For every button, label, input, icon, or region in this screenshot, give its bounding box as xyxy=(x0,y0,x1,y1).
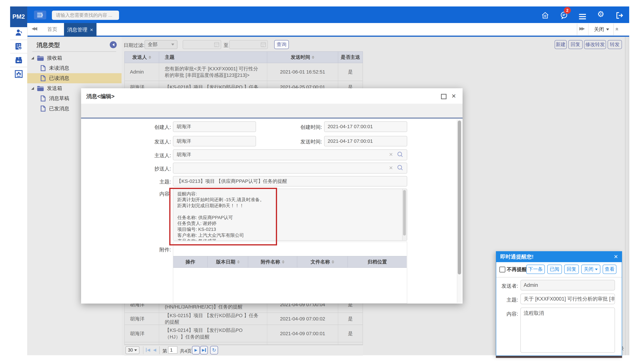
col-file-name[interactable]: 文件名称 xyxy=(297,256,348,268)
clear-icon[interactable]: ✕ xyxy=(389,152,393,157)
divider xyxy=(159,346,159,354)
first-page-button[interactable]: ◀ xyxy=(146,348,150,352)
sidebar-toggle-button[interactable] xyxy=(34,10,46,20)
send-time-field[interactable]: 2021-04-17 07:00:01 xyxy=(324,136,407,146)
page-size-select[interactable]: 30 xyxy=(125,346,139,354)
close-dropdown-button[interactable]: 关闭 xyxy=(581,265,600,274)
user-module-icon[interactable] xyxy=(14,28,23,37)
popup-sender-label: 发送者: xyxy=(499,283,518,290)
col-archive-location[interactable]: 归档位置 xyxy=(348,256,406,268)
hamburger-menu-icon[interactable] xyxy=(578,12,587,21)
to-field[interactable]: 胡海洋 xyxy=(173,150,407,160)
scrollbar-thumb[interactable] xyxy=(458,120,461,274)
page-number-input[interactable]: 1 xyxy=(168,346,177,354)
global-search-input[interactable]: 请输入您需要查找的内容 ... xyxy=(52,10,119,20)
col-attachment-name[interactable]: 附件名称 xyxy=(248,256,297,268)
app-logo: PM2 xyxy=(10,6,27,27)
sidebar-title: 消息类型 xyxy=(37,41,60,49)
notification-badge: 2 xyxy=(564,7,571,14)
close-icon[interactable]: ✕ xyxy=(452,93,456,99)
view-button[interactable]: 查看 xyxy=(603,265,616,274)
scroll-tabs-right-icon[interactable]: ▶▶ xyxy=(579,26,584,31)
date-from-input[interactable] xyxy=(183,40,221,49)
reply-button[interactable]: 回复 xyxy=(568,40,583,49)
tree-expanded-icon[interactable] xyxy=(31,57,34,60)
reply-button[interactable]: 回复 xyxy=(564,265,579,274)
tab-label: 消息管理 xyxy=(67,26,87,33)
home-icon[interactable] xyxy=(541,11,550,20)
sort-icon[interactable] xyxy=(312,54,314,60)
scrollbar-thumb[interactable] xyxy=(403,190,406,236)
popup-content-textarea[interactable]: 流程取消 xyxy=(520,308,615,353)
sidebar-item-read-selected[interactable]: 已读消息 xyxy=(27,73,122,83)
tab-home[interactable]: 首页 xyxy=(41,23,64,36)
popup-content-label: 内容: xyxy=(499,311,518,318)
send-time-label: 发送时间: xyxy=(282,138,322,145)
col-operation[interactable]: 操作 xyxy=(173,256,208,268)
attachment-table-header[interactable]: 操作 版本日期 附件名称 文件名称 归档位置 xyxy=(173,256,406,268)
new-button[interactable]: 新建 xyxy=(555,40,567,49)
col-is-main[interactable]: 是否主送 xyxy=(338,52,363,63)
col-version-date[interactable]: 版本日期 xyxy=(208,256,248,268)
table-row[interactable]: 胡海洋 【KS-0215】项目 【发行KD部品PO 】任务的提醒 2021-04… xyxy=(124,313,363,325)
sidebar-item-unread[interactable]: 未读消息 xyxy=(27,63,122,73)
pm2-app: PM2 请输入您需要查找的内容 ... 2 ⚙ ◀◀ 首页 消息管理 ✕ ▶▶ … xyxy=(0,0,634,364)
col-subject[interactable]: 主题 xyxy=(159,52,267,63)
main-scrollbar[interactable] xyxy=(625,37,629,355)
col-sender[interactable]: 发送人 xyxy=(125,52,159,63)
sort-icon[interactable] xyxy=(149,54,151,60)
popup-sender-field[interactable]: Admin xyxy=(520,280,615,290)
tab-close-icon[interactable]: ✕ xyxy=(90,28,93,32)
tab-bar xyxy=(27,23,629,37)
create-time-field[interactable]: 2021-04-17 07:00:01 xyxy=(324,122,407,132)
col-send-time[interactable]: 发送时间 xyxy=(267,52,338,63)
clear-icon[interactable]: ✕ xyxy=(389,165,393,171)
sort-icon[interactable] xyxy=(237,259,240,265)
cc-field[interactable] xyxy=(173,162,407,174)
next-page-button[interactable]: ▶ xyxy=(192,346,200,354)
table-row[interactable]: 胡海洋 【KS-0214】项目 【发行KD部品PO（HJ）】任务的提醒 2021… xyxy=(124,325,363,342)
integration-module-icon[interactable] xyxy=(14,70,23,78)
search-icon[interactable] xyxy=(397,164,403,171)
scroll-tabs-left-icon[interactable]: ◀◀ xyxy=(32,26,36,31)
close-icon[interactable]: ✕ xyxy=(614,254,618,260)
date-range-select[interactable]: 全部 xyxy=(145,40,177,49)
table-header[interactable]: 发送人 主题 发送时间 是否主送 xyxy=(124,51,363,63)
refresh-button[interactable]: ↻ xyxy=(210,346,218,354)
cc-label: 抄送人: xyxy=(130,166,171,172)
cell-sender: 胡海洋 xyxy=(125,313,159,324)
sidebar-collapse-button[interactable] xyxy=(110,41,117,48)
forward-button[interactable]: 转发 xyxy=(608,40,622,49)
sort-icon[interactable] xyxy=(332,259,334,265)
logout-icon[interactable] xyxy=(615,11,624,20)
table-row[interactable]: Admin 您有新的审批<关于 [KXXFX0001] 可行性分析的审批 [丰田… xyxy=(124,63,363,81)
total-pages-label: 共4页 xyxy=(180,348,192,354)
date-to-input[interactable] xyxy=(229,40,268,49)
sender-field[interactable]: 胡海洋 xyxy=(173,136,256,146)
projects-module-icon[interactable] xyxy=(14,56,23,65)
popup-subject-field[interactable]: 关于 [KXXFX0001] 可行性分析的审批 [丰田][温度传感器 xyxy=(520,294,615,304)
divider xyxy=(588,24,589,35)
collapse-up-icon[interactable]: « xyxy=(614,28,620,30)
close-tabs-dropdown[interactable]: 关闭 xyxy=(590,23,612,36)
last-page-button[interactable]: ▶ xyxy=(200,346,208,354)
attachment-label: 附件: xyxy=(130,246,171,253)
settings-gear-icon[interactable]: ⚙ xyxy=(596,10,605,19)
subject-field[interactable]: 【KS-0213】项目 【供应商PPAP认可】任务的提醒 xyxy=(173,176,407,187)
collapse-menu-icon xyxy=(37,12,43,18)
sidebar-item-inbox[interactable]: 接收箱 xyxy=(27,53,122,63)
creator-field[interactable]: 胡海洋 xyxy=(173,122,256,132)
tab-message-management[interactable]: 消息管理 ✕ xyxy=(64,23,96,37)
modify-forward-button[interactable]: 修改转发 xyxy=(584,40,606,49)
tree-expanded-icon[interactable] xyxy=(31,87,34,90)
maximize-icon[interactable] xyxy=(441,94,446,99)
query-button[interactable]: 查询 xyxy=(274,40,289,49)
tasks-module-icon[interactable] xyxy=(14,42,23,51)
sort-icon[interactable] xyxy=(282,259,285,265)
mark-read-button[interactable]: 已阅 xyxy=(547,265,562,274)
creator-label: 创建人: xyxy=(130,124,171,131)
prev-page-button[interactable]: ◀ xyxy=(153,348,156,352)
search-icon[interactable] xyxy=(397,151,403,158)
next-message-button[interactable]: 下一条 xyxy=(526,265,545,274)
no-remind-checkbox[interactable] xyxy=(499,266,505,272)
